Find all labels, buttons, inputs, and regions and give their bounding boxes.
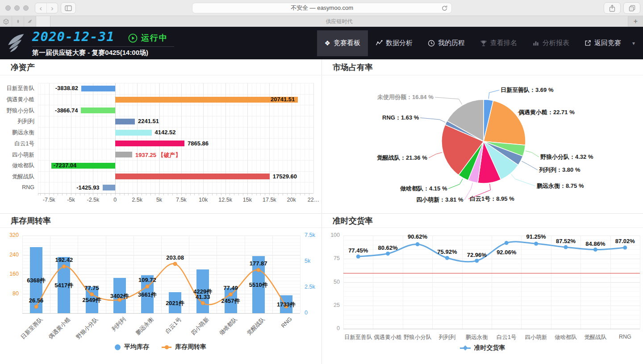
bar-value-label: 5510件 bbox=[249, 281, 268, 289]
sidebar-button[interactable] bbox=[61, 2, 76, 14]
nav-item-back-to-contest[interactable]: 返回竞赛 bbox=[577, 30, 629, 56]
line-value-label: 192.42 bbox=[55, 256, 73, 263]
wing-logo-icon bbox=[4, 31, 26, 55]
dashboard-icon: ❖ bbox=[325, 39, 330, 47]
nav-item-rankings[interactable]: 查看排名 bbox=[472, 30, 525, 56]
grid-row-line bbox=[38, 171, 313, 172]
nav-item-label: 分析报表 bbox=[543, 39, 569, 47]
url-field[interactable]: 不安全 — easymoo.com bbox=[192, 3, 452, 13]
close-button[interactable] bbox=[5, 5, 11, 11]
run-status: 运行中 bbox=[128, 33, 168, 43]
nav-item-label: 我的历程 bbox=[438, 39, 465, 47]
point-value-label: 72.96% bbox=[467, 252, 487, 258]
pie-label-日新至善队: 日新至善队：3.69 % bbox=[501, 86, 553, 94]
nav-item-reports[interactable]: 分析报表 bbox=[525, 30, 577, 56]
pinned-tab-4[interactable] bbox=[36, 16, 50, 27]
app-header: 2020-12-31 运行中 第一届供应链大赛 - 复赛0425(14:00场)… bbox=[0, 27, 643, 59]
point-value-label: 91.25% bbox=[526, 233, 546, 240]
point-value-label: 87.52% bbox=[556, 238, 576, 244]
pinned-tab-2[interactable] bbox=[12, 16, 24, 27]
contest-subtitle: 第一届供应链大赛 - 复赛0425(14:00场) bbox=[32, 49, 148, 57]
browser-toolbar: ‹ › 不安全 — easymoo.com bbox=[0, 0, 643, 16]
dashboard-content: 净资产 -7.5k-5k-2.5k02.5k5k7.5k10k12.5k15k1… bbox=[0, 59, 643, 364]
active-tab-title[interactable]: 供应链时代 bbox=[50, 16, 628, 27]
point-value-label: 84.86% bbox=[585, 240, 605, 247]
x-axis-tick: 0 bbox=[113, 197, 117, 203]
share-icon bbox=[609, 4, 615, 12]
pie-label-偶遇黄小糙: 偶遇黄小糙：22.71 % bbox=[518, 108, 575, 116]
grid-major bbox=[313, 83, 314, 193]
reload-icon[interactable] bbox=[441, 5, 448, 13]
point-value-label: 92.06% bbox=[497, 249, 516, 256]
y-axis-label: 做啥都队 bbox=[0, 162, 34, 170]
grid-row-line bbox=[38, 116, 313, 116]
grid-major bbox=[49, 83, 50, 193]
panel-market-share: 市场占有率 日新至善队：3.69 %偶遇黄小糙：22.71 %野狼小分队：4.3… bbox=[322, 59, 643, 213]
on-time-delivery-chart: 准时交货率 100755025077.45%80.62%90.62%75.92%… bbox=[322, 228, 643, 364]
y-axis-label: 列列列 bbox=[0, 118, 34, 125]
bar-value-label: 7865.86 bbox=[188, 140, 209, 147]
back-button[interactable]: ‹ bbox=[35, 3, 47, 13]
panel-net-assets: 净资产 -7.5k-5k-2.5k02.5k5k7.5k10k12.5k15k1… bbox=[0, 59, 321, 213]
y-axis-label: 觉醒战队 bbox=[0, 173, 34, 181]
y-axis-label: 四小萌新 bbox=[0, 151, 34, 159]
x-axis-tick: 15k bbox=[243, 197, 252, 203]
grid-row-line bbox=[38, 182, 313, 182]
minimize-button[interactable] bbox=[14, 5, 20, 11]
pie-label-列列列: 列列列：3.80 % bbox=[539, 166, 580, 174]
y-axis-label: 野狼小分队 bbox=[0, 107, 34, 115]
nav-item-my-history[interactable]: 我的历程 bbox=[420, 30, 472, 56]
inventory-turnover-chart: 平均库存 库存周转率 320240160807.5k5k2.5k06368件54… bbox=[0, 228, 321, 364]
app-logo bbox=[4, 31, 26, 57]
y-axis-label: 日新至善队 bbox=[0, 85, 34, 92]
line-chart-icon bbox=[376, 40, 383, 46]
bar-value-label: -1425.93 bbox=[76, 184, 99, 191]
x-axis-tick: -2.5k bbox=[87, 197, 99, 203]
line-value-label: 109.72 bbox=[138, 277, 156, 283]
bar-value-label: 6368件 bbox=[27, 277, 46, 285]
nav-item-label: 返回竞赛 bbox=[594, 39, 621, 47]
panel-title: 净资产 bbox=[0, 59, 321, 75]
x-axis-tick: 10k bbox=[199, 197, 208, 203]
y-axis-label: 偶遇黄小糙 bbox=[0, 96, 34, 103]
pie-label-野狼小分队: 野狼小分队：4.32 % bbox=[540, 153, 593, 161]
bar-value-label: 17529.60 bbox=[273, 173, 297, 180]
pie-label-四小萌新: 四小萌新：3.81 % bbox=[416, 196, 463, 204]
y-axis-label: 鹏远永衡 bbox=[0, 129, 34, 136]
x-axis-tick: 20k bbox=[287, 197, 296, 203]
forward-button[interactable]: › bbox=[47, 3, 58, 13]
bar-value-label: 3661件 bbox=[138, 291, 157, 299]
bar-列列列 bbox=[115, 119, 135, 124]
pinned-tab-1[interactable] bbox=[0, 16, 12, 27]
panel-title: 市场占有率 bbox=[322, 59, 643, 75]
bar-value-label: 3402件 bbox=[110, 292, 129, 300]
nav-item-data-analysis[interactable]: 数据分析 bbox=[368, 30, 420, 56]
nav-item-label: 数据分析 bbox=[386, 39, 413, 47]
bar-value-label: 4142.52 bbox=[155, 129, 176, 136]
line-value-label: 77.49 bbox=[223, 285, 238, 291]
show-tabs-button[interactable] bbox=[623, 2, 640, 14]
x-axis-tick: -7.5k bbox=[43, 197, 55, 203]
bar-四小萌新 bbox=[115, 152, 132, 157]
line-value-label: 177.87 bbox=[250, 260, 267, 267]
market-share-chart: 日新至善队：3.69 %偶遇黄小糙：22.71 %野狼小分队：4.32 %列列列… bbox=[322, 75, 643, 213]
nav-item-dashboard[interactable]: ❖竞赛看板 bbox=[317, 30, 368, 56]
turnover-line bbox=[0, 228, 321, 364]
new-tab-button[interactable]: + bbox=[628, 16, 643, 27]
bar-value-label: 2241.51 bbox=[138, 118, 159, 124]
bar-鹏远永衡 bbox=[115, 130, 152, 136]
grid-row-line bbox=[38, 83, 313, 83]
line-value-label: 26.56 bbox=[29, 297, 44, 304]
bar-日新至善队 bbox=[81, 86, 115, 91]
pie-label-白云1号: 白云1号：8.95 % bbox=[470, 195, 514, 203]
bar-白云1号 bbox=[115, 141, 184, 146]
share-button[interactable] bbox=[604, 2, 621, 14]
y-axis-label: 白云1号 bbox=[0, 140, 34, 148]
bar-野狼小分队 bbox=[81, 108, 115, 113]
net-assets-chart: -7.5k-5k-2.5k02.5k5k7.5k10k12.5k15k17.5k… bbox=[0, 75, 321, 213]
nav-caret[interactable]: ▾ bbox=[629, 40, 639, 46]
window-controls bbox=[5, 5, 29, 11]
zoom-button[interactable] bbox=[23, 5, 29, 11]
history-nav-buttons: ‹ › bbox=[35, 3, 58, 13]
pinned-tab-3[interactable] bbox=[24, 16, 36, 27]
